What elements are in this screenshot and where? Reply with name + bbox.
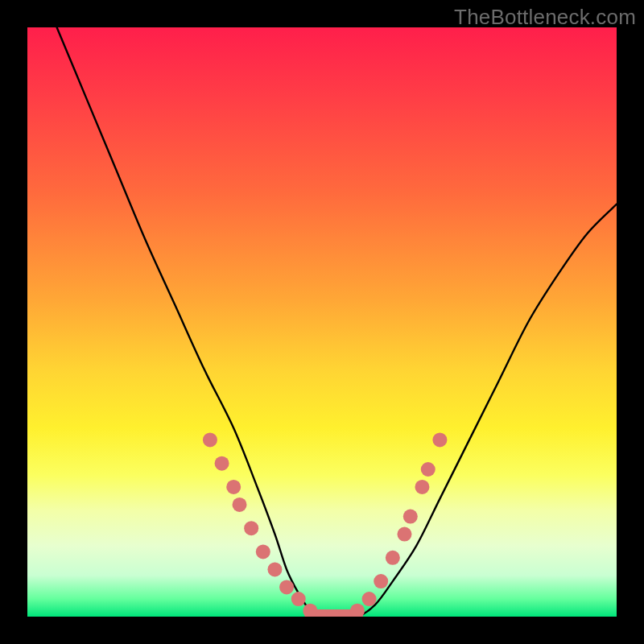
curve-marker-dot bbox=[215, 456, 229, 471]
curve-layer bbox=[27, 27, 617, 617]
curve-marker-dot bbox=[226, 480, 241, 494]
curve-marker-dot bbox=[279, 580, 294, 594]
curve-marker-dot bbox=[350, 604, 365, 617]
curve-marker-dot bbox=[415, 480, 429, 494]
curve-marker-dot bbox=[327, 609, 341, 617]
curve-marker-dot bbox=[362, 592, 377, 606]
curve-marker-dot bbox=[256, 544, 270, 559]
curve-marker-dot bbox=[291, 592, 306, 606]
curve-markers bbox=[203, 432, 447, 617]
watermark-text: TheBottleneck.com bbox=[454, 5, 636, 30]
bottleneck-curve bbox=[57, 27, 617, 617]
curve-marker-dot bbox=[386, 551, 400, 565]
curve-marker-dot bbox=[397, 527, 411, 542]
chart-frame: TheBottleneck.com bbox=[0, 0, 644, 644]
curve-marker-dot bbox=[421, 462, 436, 477]
curve-marker-dot bbox=[374, 574, 388, 588]
curve-marker-dot bbox=[403, 510, 418, 524]
curve-marker-dot bbox=[203, 432, 217, 447]
curve-marker-dot bbox=[315, 609, 329, 617]
curve-marker-dot bbox=[267, 562, 282, 576]
curve-marker-dot bbox=[432, 432, 447, 447]
curve-marker-dot bbox=[303, 604, 317, 617]
curve-marker-dot bbox=[338, 609, 353, 617]
curve-marker-dot bbox=[233, 497, 247, 512]
curve-marker-dot bbox=[244, 521, 258, 535]
plot-area bbox=[27, 27, 617, 617]
